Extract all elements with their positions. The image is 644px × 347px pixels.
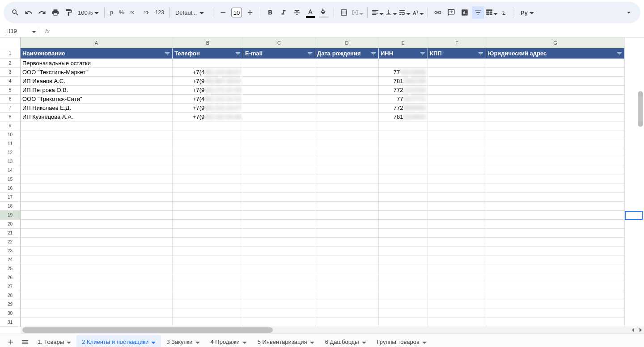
cell[interactable] — [486, 86, 625, 95]
cell[interactable] — [379, 193, 428, 202]
sheet-tab[interactable]: 6 Дашборды — [320, 335, 372, 347]
cell[interactable]: ИП Николаев Е.Д. — [21, 104, 173, 113]
cell[interactable] — [21, 220, 173, 229]
row-header[interactable]: 11 — [0, 139, 21, 148]
cell[interactable] — [315, 59, 379, 68]
cell[interactable] — [379, 121, 428, 130]
row-header[interactable]: 30 — [0, 309, 21, 318]
cell[interactable] — [486, 104, 625, 113]
text-color-icon[interactable] — [304, 6, 317, 19]
column-header[interactable]: A — [21, 38, 173, 48]
percent-button[interactable]: % — [117, 9, 126, 16]
increase-decimal-icon[interactable]: .00 — [140, 6, 153, 19]
comment-icon[interactable] — [445, 6, 458, 19]
horizontal-scrollbar[interactable] — [21, 326, 637, 334]
cell[interactable] — [315, 139, 379, 148]
row-header[interactable]: 7 — [0, 104, 21, 113]
cell[interactable] — [428, 104, 486, 113]
row-header[interactable]: 23 — [0, 247, 21, 255]
cell[interactable] — [486, 282, 625, 291]
row-header[interactable]: 12 — [0, 148, 21, 157]
chevron-down-icon[interactable] — [242, 340, 247, 344]
collapse-toolbar-icon[interactable] — [623, 6, 635, 19]
cell[interactable]: +7(916) 171-22-33 — [173, 86, 243, 95]
cell[interactable] — [173, 130, 243, 139]
row-header[interactable]: 10 — [0, 130, 21, 139]
cell[interactable] — [21, 318, 173, 327]
cell[interactable] — [486, 318, 625, 327]
cell[interactable] — [428, 175, 486, 184]
cell[interactable] — [315, 104, 379, 113]
cell[interactable] — [428, 113, 486, 121]
cell[interactable] — [243, 104, 315, 113]
cell[interactable] — [486, 300, 625, 309]
scroll-left-icon[interactable] — [630, 326, 637, 334]
column-header[interactable]: B — [173, 38, 243, 48]
cell[interactable] — [428, 247, 486, 255]
print-icon[interactable] — [49, 6, 62, 19]
cell[interactable] — [428, 211, 486, 220]
cell[interactable] — [173, 309, 243, 318]
cell[interactable] — [173, 247, 243, 255]
row-header[interactable]: 26 — [0, 273, 21, 282]
cell[interactable] — [315, 300, 379, 309]
cell[interactable] — [486, 273, 625, 282]
cell[interactable] — [486, 184, 625, 193]
cell[interactable] — [315, 166, 379, 175]
cell[interactable] — [173, 229, 243, 238]
sheet-tab[interactable]: 5 Инвентаризация — [252, 335, 320, 347]
chevron-down-icon[interactable] — [422, 340, 427, 344]
cell[interactable] — [243, 282, 315, 291]
cell[interactable] — [379, 184, 428, 193]
cell[interactable] — [173, 193, 243, 202]
cell[interactable] — [173, 220, 243, 229]
cell[interactable] — [21, 273, 173, 282]
cell[interactable] — [315, 184, 379, 193]
row-header[interactable]: 24 — [0, 255, 21, 264]
cell[interactable] — [315, 282, 379, 291]
cell[interactable] — [315, 130, 379, 139]
cell[interactable]: +7(495) 111-11-11 — [173, 95, 243, 104]
cell[interactable] — [379, 255, 428, 264]
filter-icon[interactable] — [164, 50, 170, 57]
sheet-tab[interactable]: 1. Товары — [32, 335, 76, 347]
cell[interactable] — [243, 113, 315, 121]
cell[interactable] — [379, 318, 428, 327]
cell[interactable] — [379, 247, 428, 255]
cell[interactable] — [428, 282, 486, 291]
strikethrough-icon[interactable] — [291, 6, 303, 19]
table-header-cell[interactable]: E-mail — [243, 48, 315, 59]
row-header[interactable]: 13 — [0, 157, 21, 166]
cell[interactable] — [21, 229, 173, 238]
cell[interactable] — [243, 229, 315, 238]
cell[interactable] — [428, 68, 486, 77]
chevron-down-icon[interactable] — [151, 340, 156, 344]
cell[interactable] — [315, 148, 379, 157]
cell[interactable] — [243, 86, 315, 95]
cell[interactable] — [243, 130, 315, 139]
cell[interactable]: ИП Иванов А.С. — [21, 77, 173, 86]
chevron-down-icon[interactable] — [362, 340, 366, 344]
cell[interactable] — [173, 300, 243, 309]
cell[interactable] — [379, 273, 428, 282]
cell[interactable] — [243, 157, 315, 166]
cell[interactable] — [379, 166, 428, 175]
filter-icon[interactable] — [478, 50, 484, 57]
cell[interactable] — [243, 184, 315, 193]
cell[interactable] — [173, 139, 243, 148]
cells-area[interactable]: НаименованиеТелефонE-mailДата рожденияИН… — [21, 48, 637, 326]
cell[interactable] — [486, 68, 625, 77]
cell[interactable] — [243, 121, 315, 130]
cell[interactable] — [486, 77, 625, 86]
cell[interactable] — [243, 77, 315, 86]
column-header[interactable]: G — [486, 38, 625, 48]
cell[interactable] — [173, 238, 243, 247]
row-header[interactable]: 8 — [0, 113, 21, 121]
cell[interactable] — [173, 211, 243, 220]
halign-icon[interactable] — [371, 6, 384, 19]
cell[interactable]: 7812220003 — [379, 113, 428, 121]
cell[interactable] — [486, 95, 625, 104]
chart-icon[interactable] — [458, 6, 471, 19]
cell[interactable] — [173, 157, 243, 166]
cell[interactable] — [315, 157, 379, 166]
